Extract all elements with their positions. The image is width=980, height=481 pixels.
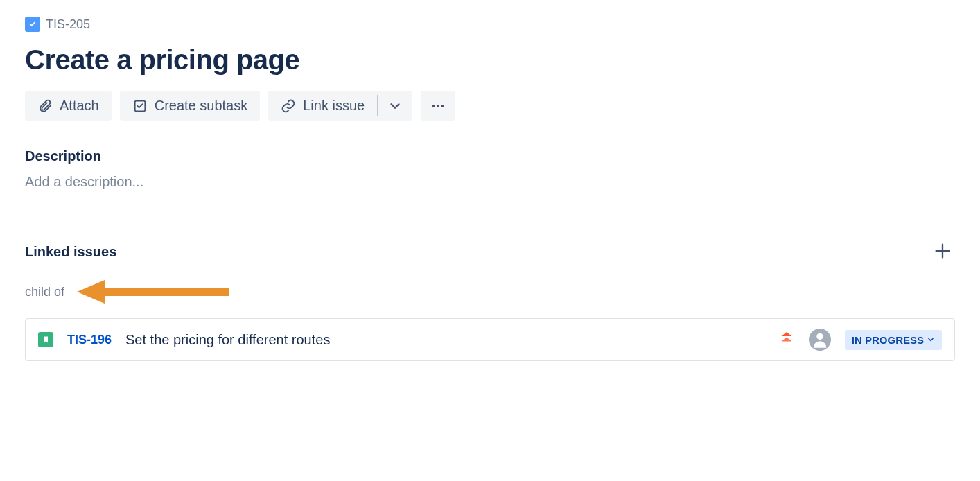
link-icon <box>281 98 296 114</box>
attach-button[interactable]: Attach <box>25 91 112 121</box>
relation-label: child of <box>25 285 64 299</box>
subtask-icon <box>132 98 148 114</box>
create-subtask-label: Create subtask <box>155 98 248 114</box>
chevron-down-icon <box>387 98 403 114</box>
action-toolbar: Attach Create subtask Link issue <box>25 91 955 121</box>
linked-issue-summary: Set the pricing for different routes <box>125 332 764 348</box>
status-label: IN PROGRESS <box>852 334 924 346</box>
chevron-down-icon <box>927 335 935 344</box>
assignee-avatar[interactable] <box>809 329 831 351</box>
add-linked-issue-button[interactable] <box>930 238 955 265</box>
linked-issue-card[interactable]: TIS-196 Set the pricing for different ro… <box>25 318 955 361</box>
link-issue-button[interactable]: Link issue <box>268 91 377 121</box>
paperclip-icon <box>37 98 53 114</box>
linked-issues-heading: Linked issues <box>25 244 116 260</box>
attach-label: Attach <box>60 98 99 114</box>
description-heading: Description <box>25 148 955 164</box>
svg-point-3 <box>441 105 444 107</box>
svg-marker-4 <box>77 280 229 304</box>
plus-icon <box>933 241 952 261</box>
priority-highest-icon <box>778 330 795 349</box>
linked-issue-key[interactable]: TIS-196 <box>67 333 112 347</box>
link-issue-dropdown-button[interactable] <box>378 91 412 121</box>
link-issue-label: Link issue <box>303 98 365 114</box>
more-icon <box>430 98 446 114</box>
breadcrumb: TIS-205 <box>25 17 955 32</box>
create-subtask-button[interactable]: Create subtask <box>120 91 261 121</box>
svg-point-5 <box>816 333 823 340</box>
more-actions-button[interactable] <box>421 91 455 121</box>
task-type-icon <box>25 17 40 32</box>
breadcrumb-key[interactable]: TIS-205 <box>46 17 90 32</box>
story-type-icon <box>38 332 53 347</box>
annotation-arrow-icon <box>77 278 229 306</box>
description-field[interactable]: Add a description... <box>25 174 955 190</box>
svg-point-1 <box>432 105 435 107</box>
link-issue-group: Link issue <box>268 91 412 121</box>
issue-title[interactable]: Create a pricing page <box>25 44 955 76</box>
status-lozenge[interactable]: IN PROGRESS <box>845 330 942 350</box>
svg-point-2 <box>437 105 439 107</box>
